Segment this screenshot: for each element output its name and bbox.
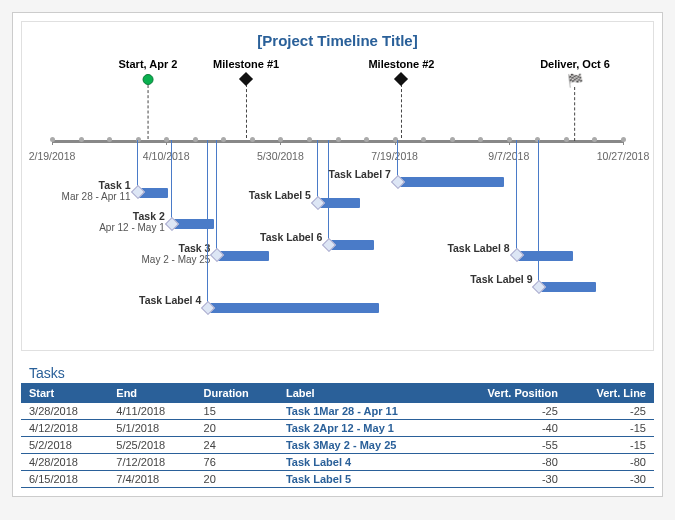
milestone-dash	[575, 87, 576, 141]
task-bar	[207, 303, 378, 313]
task-connector	[538, 140, 539, 287]
table-header-row: Start End Duration Label Vert. Position …	[21, 383, 654, 403]
task-bar	[137, 188, 169, 198]
task-bar	[538, 282, 595, 292]
task-bar	[397, 177, 504, 187]
tasks-table-section: Tasks Start End Duration Label Vert. Pos…	[21, 365, 654, 488]
axis-tick-label: 10/27/2018	[597, 150, 650, 162]
task-connector	[207, 140, 208, 308]
milestone-label: Deliver, Oct 6	[540, 58, 610, 70]
axis-tick-label: 7/19/2018	[371, 150, 418, 162]
col-vert-position: Vert. Position	[450, 383, 566, 403]
task-connector	[171, 140, 172, 224]
task-label: Task 1Mar 28 - Apr 11	[62, 179, 137, 202]
milestone-diamond-icon	[239, 72, 253, 86]
col-vert-line: Vert. Line	[566, 383, 654, 403]
axis-minor-dot	[79, 137, 84, 142]
axis-minor-dot	[621, 137, 626, 142]
axis-minor-dot	[278, 137, 283, 142]
document-frame: [Project Timeline Title] 2/19/20184/10/2…	[12, 12, 663, 497]
task-connector	[317, 140, 318, 203]
milestone: Milestone #1	[213, 58, 279, 138]
milestone-dash	[246, 84, 247, 138]
task-connector	[216, 140, 217, 256]
timeline-chart: [Project Timeline Title] 2/19/20184/10/2…	[21, 21, 654, 351]
start-circle-icon	[142, 74, 153, 85]
col-end: End	[108, 383, 195, 403]
tasks-table: Start End Duration Label Vert. Position …	[21, 383, 654, 488]
timeline-axis: 2/19/20184/10/20185/30/20187/19/20189/7/…	[52, 140, 623, 143]
col-label: Label	[278, 383, 450, 403]
table-row: 6/15/20187/4/201820Task Label 5-30-30	[21, 471, 654, 488]
task-label: Task Label 8	[447, 242, 515, 254]
axis-minor-dot	[307, 137, 312, 142]
task-connector	[328, 140, 329, 245]
axis-tick-label: 5/30/2018	[257, 150, 304, 162]
task-label: Task Label 4	[139, 294, 207, 306]
flag-icon: 🏁	[540, 74, 610, 87]
col-duration: Duration	[196, 383, 278, 403]
axis-minor-dot	[478, 137, 483, 142]
axis-tick-label: 9/7/2018	[488, 150, 529, 162]
tasks-table-title: Tasks	[21, 365, 654, 381]
task-connector	[516, 140, 517, 256]
table-row: 5/2/20185/25/201824Task 3May 2 - May 25-…	[21, 437, 654, 454]
table-row: 4/12/20185/1/201820Task 2Apr 12 - May 1-…	[21, 420, 654, 437]
table-row: 3/28/20184/11/201815Task 1Mar 28 - Apr 1…	[21, 403, 654, 420]
axis-tick-label: 4/10/2018	[143, 150, 190, 162]
milestone-label: Start, Apr 2	[118, 58, 177, 70]
axis-minor-dot	[193, 137, 198, 142]
task-bar	[516, 251, 573, 261]
axis-minor-dot	[507, 137, 512, 142]
col-start: Start	[21, 383, 108, 403]
milestone: Milestone #2	[368, 58, 434, 138]
task-label: Task Label 5	[249, 189, 317, 201]
table-row: 4/28/20187/12/201876Task Label 4-80-80	[21, 454, 654, 471]
task-label: Task 2Apr 12 - May 1	[99, 210, 171, 233]
task-bar	[328, 240, 374, 250]
milestone: Deliver, Oct 6🏁	[540, 58, 610, 141]
task-label: Task Label 7	[329, 168, 397, 180]
milestone: Start, Apr 2	[118, 58, 177, 139]
milestone-label: Milestone #1	[213, 58, 279, 70]
milestone-label: Milestone #2	[368, 58, 434, 70]
axis-minor-dot	[107, 137, 112, 142]
task-bar	[216, 251, 269, 261]
task-bar	[317, 198, 360, 208]
milestone-diamond-icon	[394, 72, 408, 86]
milestone-dash	[147, 85, 148, 139]
task-label: Task 3May 2 - May 25	[142, 242, 217, 265]
task-label: Task Label 9	[470, 273, 538, 285]
milestone-dash	[401, 84, 402, 138]
axis-minor-dot	[50, 137, 55, 142]
axis-minor-dot	[450, 137, 455, 142]
axis-minor-dot	[336, 137, 341, 142]
chart-title: [Project Timeline Title]	[22, 32, 653, 49]
axis-tick-label: 2/19/2018	[29, 150, 76, 162]
task-label: Task Label 6	[260, 231, 328, 243]
